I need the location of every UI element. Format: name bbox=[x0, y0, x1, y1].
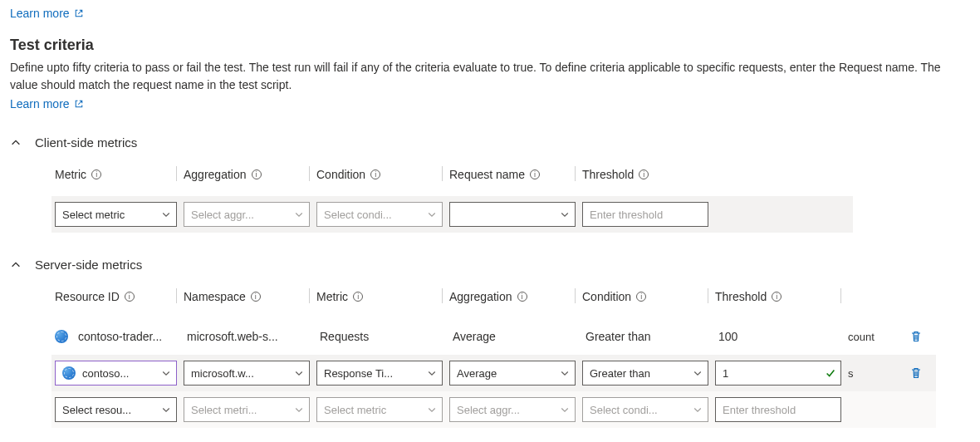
server-namespace-dropdown[interactable]: microsoft.w... bbox=[184, 361, 310, 386]
info-icon: i bbox=[639, 169, 649, 179]
server-metric-dropdown[interactable]: Response Ti... bbox=[316, 361, 443, 386]
server-namespace-value: microsoft.web-s... bbox=[184, 330, 278, 343]
server-namespace-dropdown[interactable]: Select metri... bbox=[184, 397, 310, 422]
chevron-down-icon bbox=[693, 405, 703, 415]
external-link-icon bbox=[74, 98, 84, 108]
server-aggregation-dropdown[interactable]: Average bbox=[449, 361, 576, 386]
server-unit-value: count bbox=[848, 331, 875, 343]
client-header-request-name: Request namei bbox=[446, 161, 579, 196]
server-header-namespace: Namespacei bbox=[180, 283, 313, 318]
delete-row-button[interactable] bbox=[906, 327, 926, 346]
globe-icon bbox=[55, 330, 68, 343]
client-header-threshold: Thresholdi bbox=[579, 161, 712, 196]
client-threshold-input[interactable] bbox=[582, 202, 708, 227]
learn-more-label: Learn more bbox=[10, 97, 70, 110]
client-side-title: Client-side metrics bbox=[35, 135, 137, 150]
client-request-name-dropdown[interactable] bbox=[449, 202, 576, 227]
client-header-aggregation: Aggregationi bbox=[180, 161, 313, 196]
server-header-metric: Metrici bbox=[313, 283, 446, 318]
info-icon: i bbox=[91, 169, 101, 179]
server-resource-id-dropdown[interactable]: Select resou... bbox=[55, 397, 177, 422]
server-threshold-input[interactable] bbox=[715, 397, 841, 422]
learn-more-link[interactable]: Learn more bbox=[10, 97, 84, 110]
chevron-down-icon bbox=[560, 209, 570, 219]
info-icon: i bbox=[252, 169, 262, 179]
check-icon bbox=[825, 367, 836, 379]
client-side-expander[interactable]: Client-side metrics bbox=[10, 135, 970, 150]
chevron-down-icon bbox=[560, 368, 570, 378]
server-condition-value: Greater than bbox=[582, 330, 651, 343]
server-condition-dropdown[interactable]: Greater than bbox=[582, 361, 708, 386]
server-header-threshold: Thresholdi bbox=[712, 283, 845, 318]
chevron-down-icon bbox=[294, 368, 304, 378]
client-aggregation-dropdown[interactable]: Select aggr... bbox=[184, 202, 310, 227]
chevron-up-icon bbox=[10, 259, 22, 271]
chevron-down-icon bbox=[161, 368, 171, 378]
server-aggregation-value: Average bbox=[449, 330, 496, 343]
server-unit-value: s bbox=[848, 367, 854, 380]
info-icon: i bbox=[517, 292, 527, 302]
server-header-resource-id: Resource IDi bbox=[51, 283, 180, 318]
chevron-down-icon bbox=[294, 405, 304, 415]
delete-row-button[interactable] bbox=[906, 363, 926, 383]
chevron-down-icon bbox=[161, 209, 171, 219]
chevron-down-icon bbox=[427, 209, 437, 219]
server-resource-id-dropdown[interactable]: contoso... bbox=[55, 361, 177, 386]
learn-more-top-label: Learn more bbox=[10, 7, 70, 20]
chevron-down-icon bbox=[560, 405, 570, 415]
server-header-aggregation: Aggregationi bbox=[446, 283, 579, 318]
chevron-down-icon bbox=[427, 405, 437, 415]
chevron-up-icon bbox=[10, 137, 22, 149]
info-icon: i bbox=[530, 169, 540, 179]
info-icon: i bbox=[125, 292, 135, 302]
test-criteria-heading: Test criteria bbox=[10, 37, 970, 54]
info-icon: i bbox=[251, 292, 261, 302]
server-resource-id-value: contoso-trader... bbox=[75, 330, 162, 343]
server-condition-dropdown[interactable]: Select condi... bbox=[582, 397, 708, 422]
server-side-expander[interactable]: Server-side metrics bbox=[10, 258, 970, 272]
server-header-condition: Conditioni bbox=[579, 283, 712, 318]
client-metric-dropdown[interactable]: Select metric bbox=[55, 202, 177, 227]
server-threshold-input[interactable] bbox=[715, 361, 841, 386]
info-icon: i bbox=[636, 292, 646, 302]
server-metric-dropdown[interactable]: Select metric bbox=[316, 397, 443, 422]
chevron-down-icon bbox=[427, 368, 437, 378]
server-threshold-value: 100 bbox=[715, 330, 737, 343]
globe-icon bbox=[62, 366, 76, 380]
chevron-down-icon bbox=[294, 209, 304, 219]
learn-more-top-link[interactable]: Learn more bbox=[10, 7, 84, 20]
server-metric-value: Requests bbox=[316, 330, 369, 343]
external-link-icon bbox=[74, 7, 84, 17]
chevron-down-icon bbox=[693, 368, 703, 378]
test-criteria-description: Define upto fifty criteria to pass or fa… bbox=[10, 59, 970, 94]
server-side-title: Server-side metrics bbox=[35, 258, 142, 272]
info-icon: i bbox=[772, 292, 782, 302]
client-condition-dropdown[interactable]: Select condi... bbox=[316, 202, 443, 227]
client-header-condition: Conditioni bbox=[313, 161, 446, 196]
info-icon: i bbox=[370, 169, 380, 179]
client-header-metric: Metrici bbox=[51, 161, 180, 196]
info-icon: i bbox=[353, 292, 363, 302]
chevron-down-icon bbox=[161, 405, 171, 415]
server-aggregation-dropdown[interactable]: Select aggr... bbox=[449, 397, 576, 422]
